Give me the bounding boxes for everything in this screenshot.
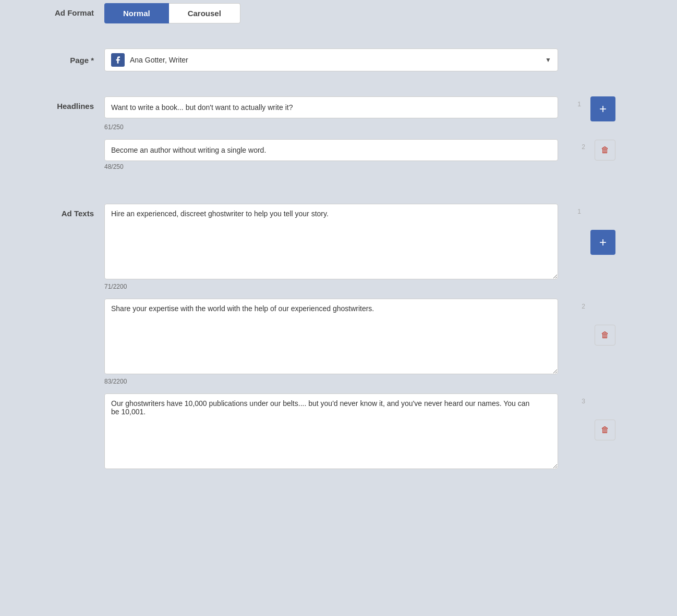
headline-number-2: 2: [582, 143, 585, 151]
ad-text-wrapper-3: 3: [104, 393, 589, 471]
headline-input-wrapper-2: 2: [104, 139, 589, 161]
ad-texts-section: 1 + 71/2200 2 🗑 83/2200 3: [104, 204, 615, 473]
ad-format-label: Ad Format: [21, 3, 104, 17]
page-name: Ana Gotter, Writer: [130, 56, 541, 64]
facebook-icon: [114, 56, 122, 64]
page-icon: [111, 53, 125, 67]
headline-char-count-1: 61/250: [104, 124, 615, 131]
tab-normal[interactable]: Normal: [104, 3, 169, 23]
ad-text-char-count-1: 71/2200: [104, 283, 615, 290]
delete-ad-text-3-button[interactable]: 🗑: [595, 420, 615, 440]
headline-input-wrapper-1: 1: [104, 96, 585, 118]
ad-texts-label: Ad Texts: [21, 204, 104, 218]
trash-icon-2: 🗑: [601, 330, 609, 340]
trash-icon: 🗑: [601, 145, 609, 155]
ad-text-row-1: 1 +: [104, 204, 615, 281]
chevron-down-icon: ▼: [545, 56, 551, 64]
page-field: Ana Gotter, Writer ▼: [104, 48, 615, 71]
headlines-section: 1 + 61/250 2 🗑 48/250: [104, 96, 615, 179]
trash-icon-3: 🗑: [601, 425, 609, 435]
headline-char-count-2: 48/250: [104, 163, 615, 170]
ad-text-number-1: 1: [577, 208, 581, 215]
page-dropdown[interactable]: Ana Gotter, Writer ▼: [104, 48, 558, 71]
ad-text-row-3: 3 🗑: [104, 393, 615, 471]
headline-number-1: 1: [577, 101, 581, 108]
ad-text-input-2[interactable]: [104, 299, 558, 374]
ad-text-input-1[interactable]: [104, 204, 558, 279]
ad-text-wrapper-1: 1: [104, 204, 585, 281]
headline-input-1[interactable]: [104, 96, 558, 118]
ad-text-input-3[interactable]: [104, 393, 558, 469]
headline-input-2[interactable]: [104, 139, 558, 161]
ad-text-row-2: 2 🗑: [104, 299, 615, 376]
add-ad-text-button[interactable]: +: [590, 230, 615, 255]
delete-ad-text-2-button[interactable]: 🗑: [595, 325, 615, 346]
headline-row-1: 1 +: [104, 96, 615, 121]
delete-headline-2-button[interactable]: 🗑: [595, 140, 615, 161]
headlines-label: Headlines: [21, 96, 104, 110]
ad-text-number-2: 2: [582, 303, 585, 310]
page-label: Page *: [21, 56, 104, 65]
add-headline-button[interactable]: +: [590, 96, 615, 121]
headline-row-2: 2 🗑: [104, 139, 615, 161]
ad-text-wrapper-2: 2: [104, 299, 589, 376]
ad-text-char-count-2: 83/2200: [104, 378, 615, 385]
ad-text-number-3: 3: [582, 398, 585, 405]
tab-carousel[interactable]: Carousel: [169, 3, 240, 23]
ad-format-tabs: Normal Carousel: [104, 3, 615, 23]
